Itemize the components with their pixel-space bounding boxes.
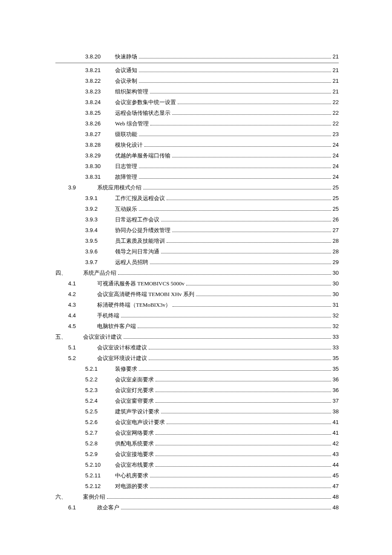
toc-dot-leader (150, 260, 331, 264)
toc-entry[interactable]: 5.2.4会议室窗帘要求37 (55, 395, 339, 406)
toc-entry-title: 会议室设计建议 (83, 331, 122, 342)
toc-entry-title: 会议室灯光要求 (115, 385, 154, 395)
toc-entry-title: 日常远程工作会议 (115, 214, 159, 225)
toc-entry[interactable]: 3.8.28模块化设计24 (55, 139, 339, 150)
toc-entry-page: 30 (333, 289, 339, 299)
toc-dot-leader (156, 462, 331, 467)
toc-entry-title: 远程会场传输状态显示 (115, 108, 170, 118)
toc-entry[interactable]: 5.1会议室设计标准建议33 (55, 342, 339, 353)
toc-entry-number: 3.8.22 (85, 76, 115, 86)
toc-entry[interactable]: 3.9.4协同办公提升绩效管理27 (55, 225, 339, 235)
toc-entry[interactable]: 3.9.1工作汇报及远程会议25 (55, 193, 339, 203)
toc-dot-leader (150, 121, 331, 125)
toc-entry[interactable]: 4.1可视通讯服务器 TEMOBIVCS 5000v30 (55, 278, 339, 289)
toc-entry-number: 3.8.31 (85, 171, 115, 182)
toc-entry[interactable]: 5.2.11中心机房要求45 (55, 470, 339, 481)
toc-page: 3.8.20快速静场213.8.21会议通知213.8.22会议录制213.8.… (0, 0, 392, 555)
toc-entry[interactable]: 六、案例介绍48 (55, 491, 339, 502)
toc-entry-number: 3.8.25 (85, 108, 115, 118)
toc-entry[interactable]: 5.2.8供配电系统要求42 (55, 438, 339, 449)
toc-entry-page: 41 (333, 417, 339, 427)
toc-entry-number: 3.9 (68, 182, 97, 193)
toc-entry[interactable]: 3.8.20快速静场21 (55, 51, 339, 63)
toc-entry-title: 手机终端 (97, 310, 119, 321)
toc-entry[interactable]: 5.2.9会议室接地要求43 (55, 449, 339, 459)
toc-entry[interactable]: 3.9.7远程人员招聘29 (55, 257, 339, 267)
toc-entry[interactable]: 3.8.23组织架构管理21 (55, 86, 339, 97)
toc-dot-leader (172, 228, 331, 232)
toc-dot-leader (156, 452, 331, 456)
toc-entry[interactable]: 5.2.10会议室布线要求44 (55, 459, 339, 470)
toc-entry-number: 六、 (55, 491, 83, 502)
toc-entry-number: 5.1 (68, 342, 97, 353)
toc-entry[interactable]: 5.2会议室环境设计建议35 (55, 353, 339, 363)
toc-entry[interactable]: 5.2.6会议室电声设计要求41 (55, 417, 339, 427)
toc-dot-leader (156, 377, 331, 381)
toc-entry[interactable]: 3.8.29优越的单服务端口传输24 (55, 150, 339, 161)
toc-entry[interactable]: 5.2.1装修要求35 (55, 363, 339, 374)
toc-entry-title: 对电源的要求 (115, 481, 148, 491)
toc-dot-leader (139, 68, 331, 72)
toc-entry[interactable]: 5.2.2会议室桌面要求36 (55, 374, 339, 385)
toc-entry[interactable]: 4.4手机终端32 (55, 310, 339, 321)
toc-entry[interactable]: 3.8.26Web 综合管理22 (55, 118, 339, 129)
toc-entry-title: 可视通讯服务器 TEMOBIVCS 5000v (97, 278, 184, 289)
toc-entry[interactable]: 3.8.31故障管理24 (55, 171, 339, 182)
toc-entry-page: 43 (333, 449, 339, 459)
toc-entry-page: 22 (333, 108, 339, 118)
toc-dot-leader (167, 196, 331, 200)
toc-entry[interactable]: 4.2会议室高清硬件终端 TEMOBI XHv 系列30 (55, 289, 339, 299)
toc-dot-leader (138, 324, 331, 328)
toc-entry-title: 日志管理 (115, 161, 137, 171)
toc-entry[interactable]: 五、会议室设计建议33 (55, 331, 339, 342)
toc-entry-number: 3.9.7 (85, 257, 115, 267)
toc-entry[interactable]: 3.8.27级联功能23 (55, 129, 339, 139)
toc-entry[interactable]: 3.8.30日志管理24 (55, 161, 339, 171)
toc-dot-leader (172, 153, 331, 157)
toc-dot-leader (107, 494, 331, 499)
toc-entry[interactable]: 5.2.12对电源的要求47 (55, 481, 339, 491)
toc-entry[interactable]: 3.9.6领导之间日常沟通28 (55, 246, 339, 257)
toc-dot-leader (139, 54, 331, 58)
toc-entry-number: 3.8.28 (85, 139, 115, 150)
toc-entry[interactable]: 3.9.3日常远程工作会议26 (55, 214, 339, 225)
toc-entry-title: 组织架构管理 (115, 86, 148, 97)
toc-entry[interactable]: 4.3标清硬件终端（TEMoBIX3v）31 (55, 299, 339, 310)
toc-entry-number: 五、 (55, 331, 83, 342)
toc-entry-page: 24 (333, 161, 339, 171)
toc-entry-page: 48 (333, 502, 339, 513)
toc-entry[interactable]: 3.8.22会议录制21 (55, 76, 339, 86)
toc-entry[interactable]: 4.5电脑软件客户端32 (55, 321, 339, 331)
toc-entry-number: 四、 (55, 267, 83, 278)
toc-entry[interactable]: 四、系统产品介绍30 (55, 267, 339, 278)
toc-entry-title: 会议室高清硬件终端 TEMOBI XHv 系列 (97, 289, 194, 299)
toc-entry[interactable]: 3.9.2互动娱乐25 (55, 203, 339, 214)
toc-entry-title: 供配电系统要求 (115, 438, 154, 449)
toc-dot-leader (139, 366, 331, 371)
toc-entry[interactable]: 5.2.7会议室网络要求41 (55, 427, 339, 438)
toc-entry-title: 领导之间日常沟通 (115, 246, 159, 257)
toc-entry-number: 3.9.1 (85, 193, 115, 203)
toc-entry[interactable]: 6.1政企客户48 (55, 502, 339, 513)
toc-entry[interactable]: 5.2.3会议室灯光要求36 (55, 385, 339, 395)
toc-entry[interactable]: 3.9系统应用模式介绍25 (55, 182, 339, 193)
toc-entry-page: 25 (333, 203, 339, 214)
toc-entry[interactable]: 3.8.21会议通知21 (55, 65, 339, 76)
toc-entry[interactable]: 3.8.25远程会场传输状态显示22 (55, 108, 339, 118)
toc-entry-page: 24 (333, 139, 339, 150)
toc-entry-number: 5.2.3 (85, 385, 115, 395)
toc-entry-title: 政企客户 (97, 502, 119, 513)
toc-entry-page: 32 (333, 310, 339, 321)
toc-entry[interactable]: 3.9.5员工素质及技能培训28 (55, 235, 339, 246)
toc-dot-leader (139, 206, 331, 211)
toc-entry[interactable]: 3.8.24会议室参数集中统一设置22 (55, 97, 339, 108)
toc-entry-page: 30 (333, 267, 339, 278)
toc-entry-number: 5.2.9 (85, 449, 115, 459)
toc-entry-title: 工作汇报及远程会议 (115, 193, 165, 203)
toc-dot-leader (156, 441, 331, 445)
toc-entry-title: 中心机房要求 (115, 470, 148, 481)
toc-entry-page: 33 (333, 342, 339, 353)
toc-dot-leader (149, 345, 331, 349)
toc-entry-number: 4.5 (68, 321, 97, 331)
toc-entry[interactable]: 5.2.5建筑声学设计要求38 (55, 406, 339, 417)
